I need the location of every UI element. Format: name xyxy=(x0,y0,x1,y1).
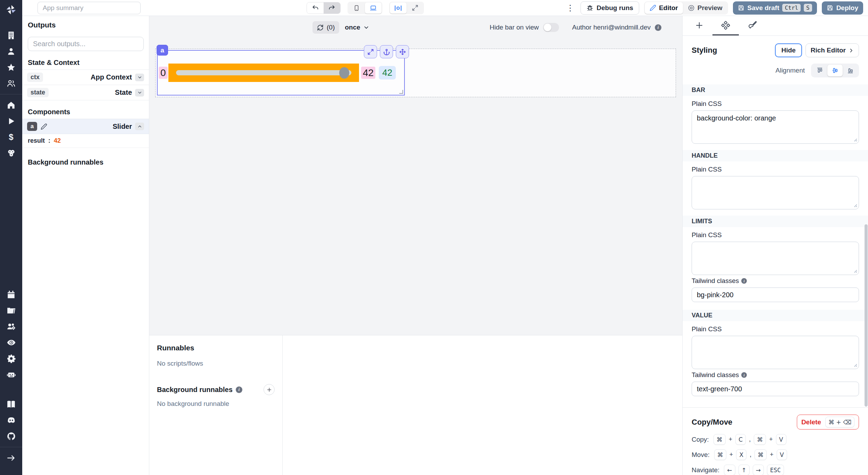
bar-plain-css-textarea[interactable]: background-color: orange xyxy=(692,110,859,144)
info-icon[interactable]: i xyxy=(236,386,242,393)
discord-icon[interactable] xyxy=(0,412,22,428)
scrollbar-thumb[interactable] xyxy=(865,224,868,407)
slider-bar[interactable] xyxy=(168,64,359,82)
workers-icon[interactable] xyxy=(0,318,22,334)
more-menu-icon[interactable]: ⋮ xyxy=(565,4,576,12)
component-badge[interactable]: a xyxy=(157,45,168,56)
limits-tailwind-input[interactable] xyxy=(692,288,859,302)
recompute-button[interactable]: (0) xyxy=(312,21,339,34)
app-canvas: a xyxy=(149,39,682,335)
bug-icon xyxy=(586,5,593,11)
hide-styling-button[interactable]: Hide xyxy=(775,43,802,57)
cmd-key: ⌘ xyxy=(713,434,726,445)
align-top-icon[interactable] xyxy=(812,65,827,76)
chevron-up-icon[interactable] xyxy=(135,123,144,130)
runnable-detail-panel xyxy=(283,335,682,475)
plus-icon xyxy=(695,21,703,30)
slider-max-limit: 42 xyxy=(361,67,375,79)
runs-play-icon[interactable] xyxy=(0,113,22,129)
windmill-app-editor: $ xyxy=(0,0,868,475)
redo-button[interactable] xyxy=(324,2,340,14)
docs-book-icon[interactable] xyxy=(0,396,22,412)
info-icon[interactable]: i xyxy=(655,24,661,31)
align-bottom-icon[interactable] xyxy=(843,65,858,76)
info-icon[interactable]: i xyxy=(741,372,747,378)
hide-bar-toggle[interactable] xyxy=(543,23,559,32)
rich-editor-button[interactable]: Rich Editor xyxy=(806,43,859,57)
deploy-button[interactable]: Deploy xyxy=(822,1,863,15)
tab-component-settings[interactable] xyxy=(712,16,739,35)
styling-panel: Styling Hide Rich Editor A xyxy=(683,36,868,475)
state-badge: state xyxy=(27,88,49,97)
settings-gear-icon[interactable] xyxy=(0,350,22,366)
topbar-right-controls: ⋮ Debug runs Editor xyxy=(565,1,863,15)
tab-insert-component[interactable] xyxy=(686,16,712,35)
result-row[interactable]: result : 42 xyxy=(22,134,149,148)
chevron-right-icon xyxy=(849,48,854,53)
author-label: Author henri@windmill.dev xyxy=(572,24,651,31)
expand-component-icon[interactable] xyxy=(364,45,377,58)
favorites-star-icon[interactable] xyxy=(0,59,22,75)
expand-sidebar-arrow-icon[interactable] xyxy=(0,450,22,466)
chevron-down-icon[interactable] xyxy=(135,74,144,81)
recompute-mode-dropdown[interactable]: once xyxy=(345,24,369,31)
value-tailwind-input[interactable] xyxy=(692,382,859,396)
windmill-logo[interactable] xyxy=(5,4,17,16)
workspace-icon[interactable] xyxy=(0,27,22,43)
debug-runs-button[interactable]: Debug runs xyxy=(581,1,639,15)
chevron-down-icon[interactable] xyxy=(135,89,144,97)
add-background-runnable-button[interactable] xyxy=(264,384,275,395)
search-outputs-input[interactable] xyxy=(28,37,144,51)
home-icon[interactable] xyxy=(0,97,22,113)
save-draft-button[interactable]: Save draft Ctrl S xyxy=(733,1,817,15)
alignment-label: Alignment xyxy=(776,67,805,74)
tab-global-styling[interactable] xyxy=(739,16,765,35)
bottom-panel: Runnables No scripts/flows Background ru… xyxy=(149,335,682,475)
editor-tab[interactable]: Editor xyxy=(645,2,683,14)
plain-css-label: Plain CSS xyxy=(692,100,859,108)
resources-icon[interactable] xyxy=(0,145,22,161)
component-row-a[interactable]: a Slider xyxy=(22,119,149,134)
github-icon[interactable] xyxy=(0,428,22,444)
component-resize-handle[interactable] xyxy=(399,90,403,94)
delete-component-button[interactable]: Delete ⌘ + ⌫ xyxy=(797,415,859,430)
anchor-component-icon[interactable] xyxy=(380,45,393,58)
info-icon[interactable]: i xyxy=(741,278,747,284)
variables-dollar-icon[interactable]: $ xyxy=(0,129,22,145)
limits-plain-css-textarea[interactable] xyxy=(692,242,859,275)
undo-button[interactable] xyxy=(307,2,324,14)
user-icon[interactable] xyxy=(0,43,22,59)
value-plain-css-textarea[interactable] xyxy=(692,336,859,369)
arrow-up-key: ↑ xyxy=(738,465,750,475)
align-center-icon[interactable] xyxy=(827,65,843,76)
audit-logs-icon[interactable] xyxy=(0,334,22,350)
app-summary-input[interactable] xyxy=(37,2,141,14)
ai-robot-icon[interactable] xyxy=(0,366,22,382)
runnables-panel: Runnables No scripts/flows Background ru… xyxy=(149,335,283,475)
component-diamonds-icon xyxy=(721,21,730,30)
output-row-ctx[interactable]: ctx App Context xyxy=(22,69,149,85)
cmd-key: ⌘ xyxy=(754,449,767,460)
move-component-icon[interactable] xyxy=(396,45,409,58)
slider-handle[interactable] xyxy=(339,67,349,78)
rename-pencil-icon[interactable] xyxy=(41,123,47,130)
center-layout-button[interactable]: |o| xyxy=(390,2,407,14)
arrow-left-key: ← xyxy=(724,465,735,475)
outputs-title: Outputs xyxy=(22,21,149,29)
output-row-state[interactable]: state State xyxy=(22,85,149,100)
eye-icon xyxy=(688,5,695,11)
handle-plain-css-textarea[interactable] xyxy=(692,176,859,209)
v-key: V xyxy=(776,434,786,445)
state-type-label: State xyxy=(115,89,132,97)
device-toggle-group xyxy=(348,2,382,14)
mobile-view-button[interactable] xyxy=(348,2,365,14)
fullwidth-layout-button[interactable] xyxy=(407,2,423,14)
preview-tab[interactable]: Preview xyxy=(683,2,727,14)
slider-component-selected[interactable]: a xyxy=(157,50,405,95)
desktop-view-button[interactable] xyxy=(365,2,382,14)
folders-icon[interactable] xyxy=(0,302,22,318)
cmd-key: ⌘ xyxy=(714,449,726,460)
groups-icon[interactable] xyxy=(0,75,22,91)
schedules-calendar-icon[interactable] xyxy=(0,286,22,302)
slider-track[interactable] xyxy=(176,70,351,75)
